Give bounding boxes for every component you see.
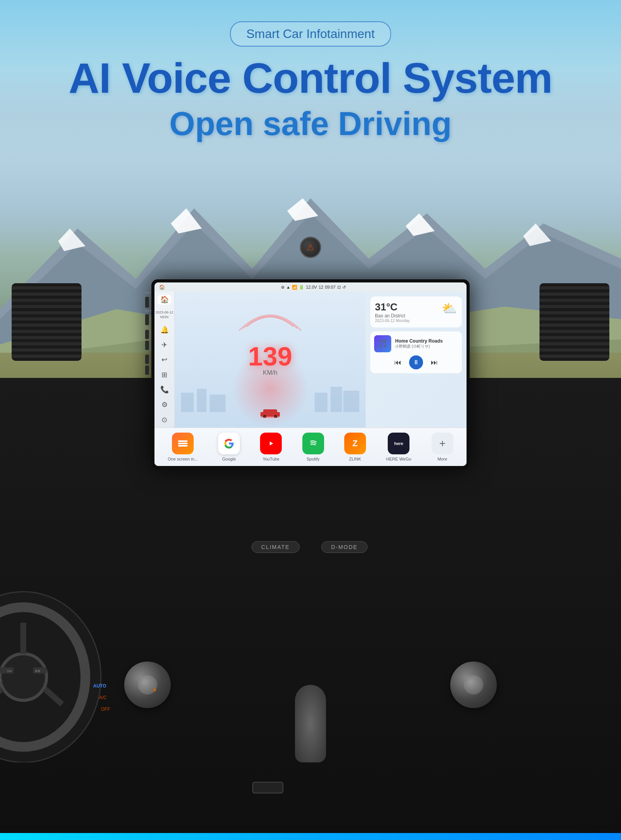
sidebar-settings[interactable]: ⊙ — [158, 415, 172, 424]
temp-high-indicator: ▲ — [151, 686, 158, 693]
battery-icon: 🔋 — [299, 285, 304, 290]
vent-right — [539, 283, 609, 361]
side-btn-4[interactable] — [145, 341, 149, 350]
music-text: Home Country Roads 小野鞘彦 (小町リサ) — [395, 338, 458, 349]
side-btn-3[interactable] — [145, 330, 149, 339]
app-more[interactable]: + More — [432, 433, 453, 461]
app-grid: One screen in... Google — [154, 428, 467, 466]
auto-label: AUTO — [93, 683, 106, 689]
app-spotify[interactable]: Spotify — [302, 433, 324, 461]
svg-rect-42 — [178, 443, 187, 444]
hazard-icon: ⚠ — [307, 242, 314, 253]
badge-text: Smart Car Infotainment — [246, 27, 375, 41]
google-label: Google — [222, 457, 236, 461]
music-title: Home Country Roads — [395, 338, 458, 344]
bluetooth-icon: ⊛ — [281, 285, 284, 290]
youtube-icon — [260, 433, 282, 454]
sidebar-navigation[interactable]: ✈ — [158, 340, 172, 350]
main-title: AI Voice Control System — [0, 54, 621, 101]
infotainment-screen: MIC RST 🏠 ⊛ ▲ 📶 🔋 12.0V 12 09:07 ⊡ ↺ — [151, 279, 470, 469]
speedometer-area: 139 KM/h — [175, 292, 366, 428]
weather-temp: 31°C — [375, 301, 410, 313]
next-button[interactable]: ⏭ — [431, 359, 438, 367]
svg-rect-43 — [178, 445, 187, 447]
sidebar-back[interactable]: ↩ — [158, 355, 172, 365]
screen-inner: 🏠 ⊛ ▲ 📶 🔋 12.0V 12 09:07 ⊡ ↺ 🏠 2023-06-1… — [154, 282, 467, 466]
svg-text:⊞⊞: ⊞⊞ — [35, 669, 40, 673]
sidebar-home[interactable]: 🏠 — [158, 295, 172, 305]
sidebar-menu[interactable]: ⚙ — [158, 400, 172, 410]
svg-rect-32 — [210, 395, 226, 412]
side-btn-1[interactable] — [145, 297, 149, 308]
play-pause-button[interactable]: ⏸ — [409, 355, 423, 369]
status-bar: 🏠 ⊛ ▲ 📶 🔋 12.0V 12 09:07 ⊡ ↺ — [154, 282, 467, 292]
screen-sidebar: 🏠 2023-06-12MON 🔔 ✈ ↩ ⊞ 📞 ⚙ ⊙ — [154, 292, 175, 428]
side-btn-6[interactable] — [145, 365, 149, 375]
subtitle: Open safe Driving — [0, 105, 621, 143]
side-btn-5[interactable] — [145, 355, 149, 364]
status-time: 09:07 — [325, 285, 336, 289]
prev-button[interactable]: ⏮ — [394, 359, 401, 367]
sidebar-notifications[interactable]: 🔔 — [158, 325, 172, 335]
music-widget: 🎵 Home Country Roads 小野鞘彦 (小町リサ) ⏮ ⏸ ⏭ — [370, 331, 462, 373]
signal-icon: 📶 — [292, 285, 297, 290]
climate-button[interactable]: CLIMATE — [252, 541, 300, 553]
off-label: OFF — [101, 707, 110, 712]
speed-value: 139 — [248, 343, 292, 369]
screen-main-content: 🏠 2023-06-12MON 🔔 ✈ ↩ ⊞ 📞 ⚙ ⊙ — [154, 292, 467, 428]
dmode-button[interactable]: D-MODE — [321, 541, 368, 553]
onescreen-icon — [172, 433, 194, 454]
music-artist: 小野鞘彦 (小町リサ) — [395, 344, 458, 349]
app-zlink[interactable]: Z ZLINK — [344, 433, 366, 461]
music-controls[interactable]: ⏮ ⏸ ⏭ — [374, 355, 458, 369]
album-icon: 🎵 — [378, 339, 388, 348]
climate-label: CLIMATE — [261, 544, 290, 550]
menu-icon: ⊡ — [337, 285, 341, 290]
status-bar-center: ⊛ ▲ 📶 🔋 12.0V 12 09:07 ⊡ ↺ — [281, 285, 345, 290]
spotify-label: Spotify — [307, 457, 320, 461]
top-badge: Smart Car Infotainment — [230, 21, 391, 47]
mic-label: MIC — [145, 291, 151, 294]
weather-date: 2023-06-12 Monday — [375, 319, 410, 323]
svg-rect-35 — [343, 391, 359, 412]
svg-rect-34 — [331, 387, 342, 412]
weather-icon: ⛅ — [442, 301, 457, 316]
sidebar-date: 2023-06-12MON — [155, 310, 173, 320]
side-btn-2[interactable] — [145, 314, 149, 325]
svg-point-46 — [308, 438, 319, 449]
battery-voltage: 12.0V — [306, 285, 317, 289]
app-onescreen[interactable]: One screen in... — [168, 433, 198, 461]
hazard-button[interactable]: ⚠ — [300, 237, 321, 258]
app-herewego[interactable]: here HERE WeGo — [386, 433, 411, 461]
svg-rect-33 — [315, 393, 328, 412]
svg-rect-30 — [181, 393, 194, 412]
climate-knob-right[interactable] — [450, 662, 497, 708]
rotate-icon: ↺ — [342, 285, 346, 290]
rst-label: RST — [145, 309, 151, 313]
zlink-icon: Z — [344, 433, 366, 454]
app-youtube[interactable]: YouTube — [260, 433, 282, 461]
climate-knob-left[interactable] — [124, 662, 171, 708]
onescreen-label: One screen in... — [168, 457, 198, 461]
ac-label: A/C — [99, 695, 107, 700]
svg-text:ON: ON — [7, 669, 12, 673]
car-icon — [258, 406, 282, 418]
svg-rect-37 — [263, 409, 277, 413]
weather-info: 31°C Bao an District 2023-06-12 Monday — [375, 301, 410, 323]
more-label: More — [437, 457, 447, 461]
usb-port — [252, 782, 283, 793]
svg-text:+ -: + - — [0, 678, 3, 682]
svg-point-21 — [0, 654, 47, 700]
sidebar-phone[interactable]: 📞 — [158, 385, 172, 395]
google-icon — [218, 433, 240, 454]
app-google[interactable]: Google — [218, 433, 240, 461]
sidebar-apps[interactable]: ⊞ — [158, 370, 172, 380]
signal-strength: 12 — [319, 285, 323, 289]
speed-unit: KM/h — [263, 369, 277, 376]
status-bar-left: 🏠 — [159, 284, 165, 290]
right-panel: 31°C Bao an District 2023-06-12 Monday ⛅… — [366, 292, 467, 428]
music-info-row: 🎵 Home Country Roads 小野鞘彦 (小町リサ) — [374, 335, 458, 352]
herewego-icon: here — [388, 433, 409, 454]
wifi-icon: ▲ — [286, 285, 290, 289]
more-icon: + — [432, 433, 453, 454]
